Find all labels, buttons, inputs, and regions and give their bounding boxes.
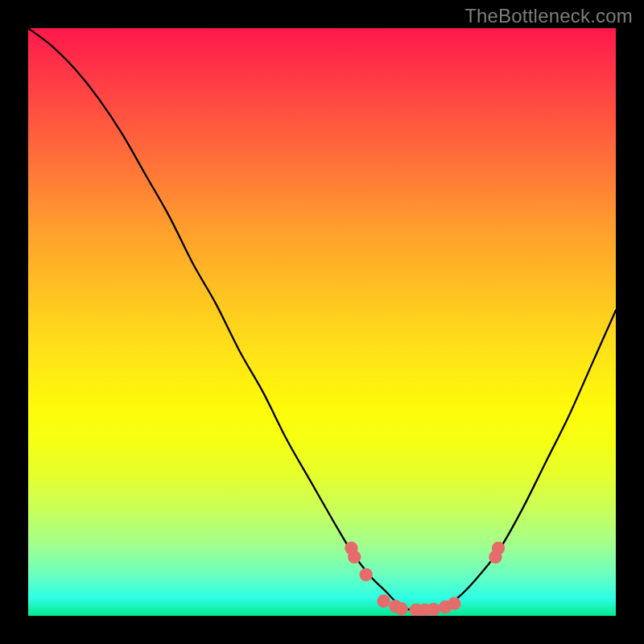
watermark-text: TheBottleneck.com	[464, 5, 633, 27]
plot-area	[28, 28, 616, 616]
chart-frame: TheBottleneck.com	[0, 0, 644, 644]
